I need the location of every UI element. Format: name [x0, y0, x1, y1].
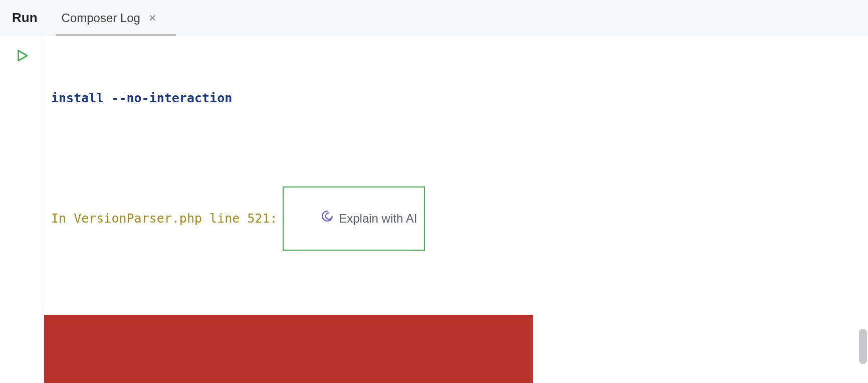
vertical-scrollbar[interactable] [859, 329, 867, 364]
command-line: install --no-interaction [51, 88, 861, 108]
tool-window-header: Run Composer Log ✕ [0, 0, 868, 36]
tab-composer-log[interactable]: Composer Log ✕ [62, 0, 157, 36]
content-area: install --no-interaction In VersionParse… [0, 36, 868, 383]
close-icon[interactable]: ✕ [148, 12, 157, 24]
error-source-line: In VersionParser.php line 521: Explain w… [51, 186, 861, 251]
svg-marker-0 [18, 51, 27, 61]
error-source-text: In VersionParser.php line 521: [51, 209, 278, 229]
run-tool-title: Run [12, 10, 38, 26]
swirl-icon [288, 188, 334, 249]
tab-label: Composer Log [62, 11, 140, 25]
explain-with-ai-button[interactable]: Explain with AI [283, 186, 425, 251]
gutter [0, 36, 44, 383]
console-log[interactable]: install --no-interaction In VersionParse… [44, 36, 868, 383]
play-icon[interactable] [15, 48, 30, 383]
tab-underline [56, 34, 176, 36]
error-block: Could not parse version constraint /: In… [44, 315, 533, 383]
ai-button-label: Explain with AI [339, 209, 417, 229]
